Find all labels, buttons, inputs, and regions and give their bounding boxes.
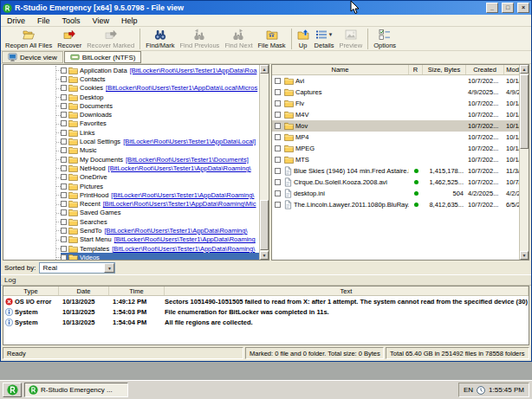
toolbar-details[interactable]: ▼Details [312,28,337,50]
tree-item-contacts[interactable]: Contacts [3,74,259,83]
column-header-r[interactable]: R [409,65,423,74]
checkbox[interactable] [61,236,67,242]
checkbox[interactable] [61,254,67,260]
checkbox[interactable] [61,192,67,198]
checkbox[interactable] [275,202,281,208]
tree-scrollbar[interactable]: ▲ ▼ [259,65,269,260]
file-row-mpeg[interactable]: MPEG10/7/202...10/1/2... [272,143,529,154]
tree-item-pictures[interactable]: Pictures [3,182,259,190]
tree-item-printhood[interactable]: PrintHood[BitLocker\Root\Users\Tester1\A… [3,190,259,199]
checkbox[interactable] [61,76,67,82]
column-header-created[interactable]: Created [466,65,504,74]
file-row-m4v[interactable]: M4V10/7/202...10/1/2... [272,109,529,120]
taskbar-task-button[interactable]: R-Studio Emergency ... [24,383,128,397]
checkbox[interactable] [275,134,281,140]
file-row-desktop-ini[interactable]: desktop.ini5044/2/2025...4/2/20... [272,188,529,199]
tree-item-templates[interactable]: Templates[BitLocker\Root\Users\Tester1\A… [3,244,259,253]
checkbox[interactable] [61,157,67,163]
file-row-captures[interactable]: Captures4/9/2025...4/9/20... [272,87,529,98]
log-row[interactable]: System10/13/20251:54:04 PMAll file regio… [3,317,529,327]
tree-item-music[interactable]: Music [3,146,259,155]
file-row-mts[interactable]: MTS10/7/202...10/1/2... [272,154,529,165]
junction-link[interactable]: [BitLocker\Root\Users\Tester1\AppData\Ro… [108,164,251,172]
checkbox[interactable] [275,100,281,106]
checkbox[interactable] [275,179,281,185]
checkbox[interactable] [275,112,281,118]
tree-item-favorites[interactable]: Favorites [3,119,259,128]
titlebar[interactable]: R-Studio Emergency [x64] 9.5.0798 - File… [1,1,531,15]
tree-item-application-data[interactable]: Application Data[BitLocker\Root\Users\Te… [3,66,259,74]
junction-link[interactable]: [BitLocker\Root\Users\Tester1\AppData\Ro… [112,245,255,253]
scroll-down-icon[interactable]: ▼ [260,251,269,260]
dropdown-arrow-icon[interactable]: ▼ [328,32,334,37]
tree-item-documents[interactable]: Documents [3,101,259,110]
scroll-down-icon[interactable]: ▼ [520,251,529,260]
tab-device-view[interactable]: Device view [2,51,63,63]
toolbar-reopen-all-files[interactable]: Reopen All Files [3,28,55,50]
menu-tools[interactable]: Tools [56,16,87,25]
checkbox[interactable] [61,219,67,225]
junction-link[interactable]: [BitLocker\Root\Users\Tester1\AppData\Ro… [114,235,256,243]
junction-link[interactable]: [BitLocker\Root\Users\Tester1\AppData\Ro… [130,67,257,74]
junction-link[interactable]: [BitLocker\Root\Users\Tester1\Documents] [126,156,249,164]
checkbox[interactable] [61,68,67,74]
checkbox[interactable] [275,78,281,84]
junction-link[interactable]: [BitLocker\Root\Users\Tester1\AppData\Ro… [111,191,254,199]
tree-item-onedrive[interactable]: OneDrive [3,173,259,182]
junction-link[interactable]: [BitLocker\Root\Users\Tester1\AppData\Ro… [104,227,247,235]
checkbox[interactable] [61,130,67,136]
minimize-button[interactable]: _ [486,3,498,13]
menu-help[interactable]: Help [115,16,144,25]
tree-item-start-menu[interactable]: Start Menu[BitLocker\Root\Users\Tester1\… [3,235,259,244]
checkbox[interactable] [275,190,281,196]
close-button[interactable]: × [517,3,529,13]
toolbar-up[interactable]: Up [295,28,312,50]
tree-item-sendto[interactable]: SendTo[BitLocker\Root\Users\Tester1\AppD… [3,226,259,235]
tab-bitlocker-ntfs[interactable]: BitLocker (NTFS) [64,51,142,63]
maximize-button[interactable]: □ [502,3,514,13]
file-row-flv[interactable]: Flv10/7/202...10/1/2... [272,98,529,109]
toolbar-find-mark[interactable]: Find/Mark [143,28,177,50]
scroll-up-icon[interactable]: ▲ [260,65,269,74]
tree-item-local-settings[interactable]: Local Settings[BitLocker\Root\Users\Test… [3,137,259,145]
checkbox[interactable] [61,174,67,180]
checkbox[interactable] [275,168,281,174]
junction-link[interactable]: [BitLocker\Root\Users\Tester1\AppData\Lo… [123,138,256,145]
checkbox[interactable] [61,209,67,216]
tree-item-nethood[interactable]: NetHood[BitLocker\Root\Users\Tester1\App… [3,164,259,172]
scrollbar-thumb[interactable] [520,74,529,149]
combo-arrow-icon[interactable]: ▼ [104,263,114,273]
column-header-name[interactable]: Name [272,65,409,74]
log-column-date[interactable]: Date [59,286,109,295]
checkbox[interactable] [61,147,67,153]
log-row[interactable]: OS I/O error10/13/20251:49:12 PMSectors … [3,296,529,306]
checkbox[interactable] [61,246,67,252]
checkbox[interactable] [61,112,67,118]
tree-item-searches[interactable]: Searches [3,217,259,226]
file-row-the-lincoln-lawyer-2011-1080p-bluray-x264-d[interactable]: The.Lincoln.Lawyer.2011.1080p.BluRay.x26… [272,199,529,210]
tree-item-cookies[interactable]: Cookies[BitLocker\Root\Users\Tester1\App… [3,84,259,93]
tree-item-desktop[interactable]: Desktop [3,93,259,101]
file-list-scrollbar[interactable]: ▲ ▼ [519,65,529,260]
checkbox[interactable] [61,228,67,234]
tree-item-saved-games[interactable]: Saved Games [3,209,259,217]
start-button[interactable] [3,383,22,397]
menu-view[interactable]: View [87,16,115,25]
checkbox[interactable] [61,85,67,91]
checkbox[interactable] [61,201,67,207]
checkbox[interactable] [61,103,67,109]
log-row[interactable]: System10/13/20251:54:03 PMFile enumerati… [3,306,529,317]
tree-item-my-documents[interactable]: My Documents[BitLocker\Root\Users\Tester… [3,155,259,164]
toolbar-recover[interactable]: Recover [55,28,84,50]
tree-item-videos[interactable]: Videos [3,253,259,260]
file-row-mp4[interactable]: MP410/7/202...10/1/2... [272,132,529,143]
toolbar-options[interactable]: Options [371,28,399,50]
tree-item-links[interactable]: Links [3,128,259,137]
checkbox[interactable] [61,94,67,100]
sort-dropdown[interactable]: Real ▼ [39,262,115,274]
checkbox[interactable] [275,89,281,95]
language-indicator[interactable]: EN [464,386,473,394]
checkbox[interactable] [61,165,67,171]
tree-item-downloads[interactable]: Downloads [3,110,259,119]
menu-drive[interactable]: Drive [1,16,31,25]
